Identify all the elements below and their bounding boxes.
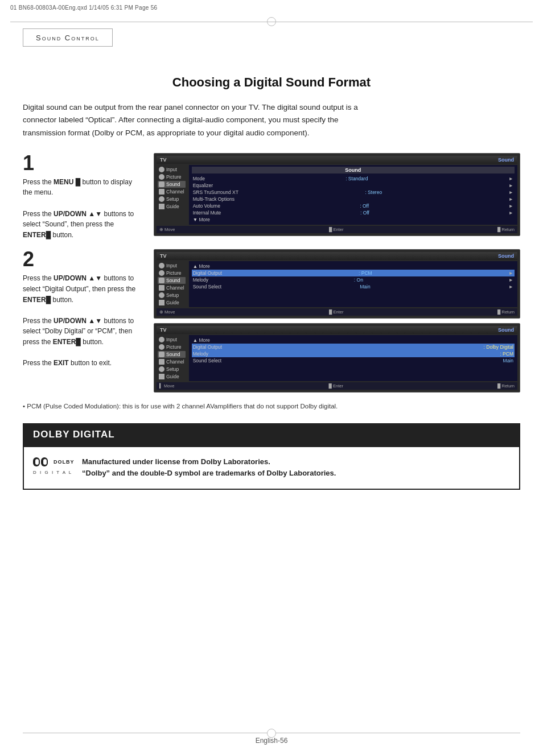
tv3-input-icon	[159, 337, 164, 342]
tv2-sidebar-guide: Guide	[158, 299, 186, 306]
tv1-row-mode: Mode: Standard►	[192, 175, 515, 182]
setup-icon	[159, 196, 164, 202]
tv2-row-melody: Melody: On►	[192, 276, 515, 283]
tv-screen-1: TV Sound Input Picture Sound	[154, 153, 520, 236]
picture-icon	[159, 174, 164, 180]
tv3-footer: ▍ Move█ Enter█ Return	[157, 382, 517, 390]
tv3-setup-icon	[159, 366, 164, 372]
tv2-header-left: TV	[160, 253, 167, 259]
guide-icon	[159, 204, 164, 209]
input-icon	[159, 167, 164, 172]
tv-screen-3: TV Sound Input Picture Sound	[154, 323, 520, 393]
tv3-row-digital: Digital Output: Dolby Digital	[192, 344, 515, 350]
tv1-sidebar: Input Picture Sound Channel Setup	[157, 165, 187, 225]
tv1-row-more: ▼ More	[192, 216, 515, 223]
dolby-brand-text: DOLBY	[54, 459, 75, 465]
page-number: English-56	[0, 737, 543, 745]
step2-number: 2	[23, 249, 142, 270]
tv-screen-2: TV Sound Input Picture Sound	[154, 249, 520, 319]
tv3-sidebar-input: Input	[158, 336, 186, 343]
step2-screens: TV Sound Input Picture Sound	[154, 249, 520, 393]
tv1-row-srs: SRS TruSurround XT: Stereo►	[192, 189, 515, 196]
sound-icon	[159, 181, 164, 187]
step1-screens: TV Sound Input Picture Sound	[154, 153, 520, 241]
tv1-header-right: Sound	[498, 157, 514, 163]
step1-number: 1	[23, 153, 142, 173]
dolby-brand-subtitle: D I G I T A L	[33, 470, 73, 475]
tv1-row-multitrack: Multi-Track Options►	[192, 196, 515, 203]
tv2-sidebar-picture: Picture	[158, 270, 186, 276]
tv3-menu: ▲ More Digital Output: Dolby Digital Mel…	[189, 335, 517, 381]
page-title: Choosing a Digital Sound Format	[23, 75, 520, 90]
tv3-row-more: ▲ More	[192, 337, 515, 344]
tv1-footer: ⊕ Move█ Enter█ Return	[157, 226, 517, 233]
step2-area: 2 Press the UP/DOWN ▲▼ buttons to select…	[23, 249, 520, 393]
step1-area: 1 Press the MENU █ button to display the…	[23, 153, 520, 241]
dolby-double-d-symbol	[33, 456, 51, 468]
tv1-row-internalmute: Internal Mute: Off►	[192, 209, 515, 216]
tv1-header-left: TV	[160, 157, 167, 163]
svg-rect-3	[43, 459, 47, 465]
sidebar-channel: Channel	[158, 188, 186, 195]
sound-control-header: Sound Control	[23, 28, 113, 47]
step1-text: Press the MENU █ button to display the m…	[23, 177, 142, 241]
tv2-row-more: ▲ More	[192, 263, 515, 270]
tv1-row-equalizer: Equalizer►	[192, 182, 515, 189]
tv3-sidebar: Input Picture Sound Channel Setup	[157, 335, 187, 381]
sidebar-input: Input	[158, 166, 186, 173]
channel-icon	[159, 189, 164, 195]
tv1-menu-title: Sound	[192, 167, 515, 173]
tv3-header-right: Sound	[498, 327, 514, 333]
tv2-sidebar-sound: Sound	[158, 277, 186, 284]
tv2-sidebar: Input Picture Sound Channel Setup	[157, 261, 187, 307]
tv3-sidebar-picture: Picture	[158, 344, 186, 350]
tv2-sound-icon	[159, 278, 164, 283]
body-text: Digital sound can be output from the rea…	[23, 101, 376, 139]
tv1-row-autovolume: Auto Volume: Off►	[192, 203, 515, 209]
file-info: 01 BN68-00803A-00Eng.qxd 1/14/05 6:31 PM…	[10, 5, 157, 11]
note-text: • PCM (Pulse Coded Modulation): this is …	[23, 402, 520, 411]
tv3-sidebar-sound: Sound	[158, 351, 186, 358]
tv2-row-soundselect: Sound SelectMain►	[192, 283, 515, 290]
sidebar-picture: Picture	[158, 173, 186, 180]
tv2-menu: ▲ More Digital Output: PCM► Melody: On► …	[189, 261, 517, 307]
tv2-sidebar-input: Input	[158, 262, 186, 269]
tv2-channel-icon	[159, 285, 164, 291]
dolby-description: Manufactured under license from Dolby La…	[82, 456, 336, 480]
tv2-sidebar-channel: Channel	[158, 284, 186, 291]
sidebar-setup: Setup	[158, 196, 186, 203]
sound-control-label: Sound Control	[36, 34, 100, 42]
dolby-banner: DOLBY DIGITAL	[23, 423, 520, 446]
tv2-setup-icon	[159, 292, 164, 298]
tv3-sidebar-setup: Setup	[158, 366, 186, 373]
tv2-picture-icon	[159, 270, 164, 276]
tv2-header-right: Sound	[498, 253, 514, 259]
tv2-guide-icon	[159, 300, 164, 305]
tv3-sidebar-channel: Channel	[158, 358, 186, 365]
tv3-guide-icon	[159, 374, 164, 379]
tv3-sound-icon	[159, 352, 164, 357]
step2-text: Press the UP/DOWN ▲▼ buttons to select “…	[23, 273, 142, 368]
dolby-info-box: DOLBY D I G I T A L Manufactured under l…	[23, 446, 520, 490]
tv3-sidebar-guide: Guide	[158, 373, 186, 380]
tv3-picture-icon	[159, 344, 164, 350]
tv2-sidebar-setup: Setup	[158, 292, 186, 299]
sidebar-sound-active: Sound	[158, 181, 186, 188]
step1-instructions: 1 Press the MENU █ button to display the…	[23, 153, 142, 241]
tv3-header-left: TV	[160, 327, 167, 333]
tv2-row-digital: Digital Output: PCM►	[192, 270, 515, 276]
tv3-row-soundselect: Sound SelectMain	[192, 357, 515, 364]
step2-instructions: 2 Press the UP/DOWN ▲▼ buttons to select…	[23, 249, 142, 393]
tv2-footer: ⊕ Move█ Enter█ Return	[157, 308, 517, 316]
sidebar-guide: Guide	[158, 203, 186, 210]
tv3-row-melody: Melody: PCM	[192, 350, 515, 357]
tv2-input-icon	[159, 263, 164, 268]
svg-rect-1	[35, 459, 39, 465]
tv3-channel-icon	[159, 359, 164, 365]
tv1-menu: Sound Mode: Standard► Equalizer► SRS Tru…	[189, 165, 517, 225]
dolby-logo: DOLBY D I G I T A L	[33, 456, 73, 475]
